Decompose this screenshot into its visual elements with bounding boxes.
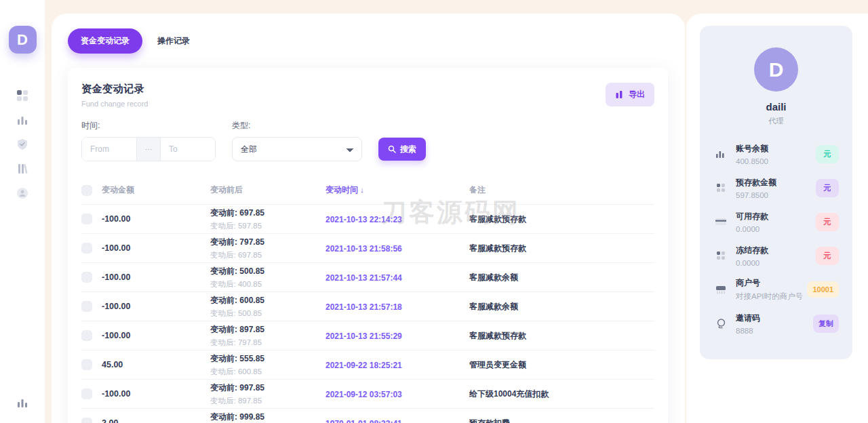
unit-badge: 元 [816,247,839,265]
header-amount: 变动金额 [102,184,210,196]
library-icon[interactable] [16,162,29,176]
time-link[interactable]: 2021-09-22 18:25:21 [326,361,402,370]
table-row: -100.00 变动前: 600.85 变动后: 500.85 2021-10-… [81,291,654,321]
left-sidebar: D [0,0,45,423]
amount-cell: -100.00 [102,214,210,224]
remark-cell: 客服减款余额 [469,301,654,313]
time-link[interactable]: 2021-09-12 03:57:03 [326,390,402,399]
table-row: -100.00 变动前: 697.85 变动后: 597.85 2021-10-… [81,204,654,233]
table-row: 2.00 变动前: 999.85 变动后: 997.85 1970-01-01 … [81,408,654,423]
header-before-after: 变动前后 [210,184,326,196]
search-button[interactable]: 搜索 [378,138,426,161]
time-link[interactable]: 2021-10-13 21:55:29 [326,331,402,341]
row-checkbox[interactable] [81,272,92,283]
user-icon[interactable] [16,186,29,200]
row-checkbox[interactable] [81,301,92,312]
profile-role: 代理 [713,116,839,126]
row-checkbox[interactable] [81,359,92,370]
profile-name: daili [713,101,839,113]
export-button[interactable]: 导出 [606,83,654,106]
table-row: -100.00 变动前: 500.85 变动后: 400.85 2021-10-… [81,262,654,291]
amount-cell: -100.00 [102,389,210,399]
date-to-input[interactable] [161,138,215,161]
fund-record-card: 资金变动记录 Fund change record 导出 时间: ··· [68,68,668,423]
unit-badge: 元 [816,213,839,231]
printer-icon [713,284,728,295]
remark-cell: 客服减款预存款 [469,330,654,342]
table-row: 45.00 变动前: 555.85 变动后: 600.85 2021-09-22… [81,350,654,379]
header-time-sortable[interactable]: 变动时间 ↓ [326,184,469,196]
time-filter-label: 时间: [81,120,216,132]
tab-bar: 资金变动记录 操作记录 [52,14,685,54]
remark-cell: 管理员变更金额 [469,359,654,371]
amount-cell: -100.00 [102,331,210,340]
row-checkbox[interactable] [81,214,92,224]
table-header-row: 变动金额 变动前后 变动时间 ↓ 备注 [81,180,654,204]
row-checkbox[interactable] [81,388,92,399]
header-remark: 备注 [469,184,654,196]
remark-cell: 给下级10004充值扣款 [469,388,654,400]
time-link[interactable]: 2021-10-13 21:58:56 [326,244,402,254]
right-panel: D daili 代理 账号余额 400.8500 元 预存款金额 [686,14,868,423]
amount-cell: 45.00 [102,360,210,369]
amount-cell: -100.00 [102,273,210,282]
globe-icon [713,318,728,329]
time-link[interactable]: 2021-10-13 21:57:18 [326,302,402,312]
credit-card-icon [713,217,728,226]
remark-cell: 客服减款余额 [469,272,654,283]
avatar: D [754,47,798,92]
date-from-input[interactable] [82,138,136,161]
app-logo[interactable]: D [9,26,37,54]
card-title: 资金变动记录 [81,83,148,96]
copy-button[interactable]: 复制 [813,315,839,333]
row-checkbox[interactable] [81,330,92,341]
grid-icon [713,182,728,193]
profile-item-available: 可用存款 0.0000 元 [713,205,839,239]
main-panel: 资金变动记录 操作记录 资金变动记录 Fund change record 导出… [52,14,685,423]
profile-item-prepaid: 预存款金额 597.8500 元 [713,171,839,205]
type-select[interactable]: 全部 [232,137,362,161]
unit-badge: 元 [816,145,839,163]
table-row: -100.00 变动前: 997.85 变动后: 897.85 2021-09-… [81,379,654,408]
time-link[interactable]: 2021-10-13 22:14:23 [326,215,402,224]
table-row: -100.00 变动前: 897.85 变动后: 797.85 2021-10-… [81,321,654,350]
profile-item-frozen: 冻结存款 0.0000 元 [713,239,839,273]
amount-cell: -100.00 [102,302,210,311]
profile-item-merchant-id: 商户号 对接API时的商户号 10001 [713,273,839,306]
profile-item-invite-code: 邀请码 8888 复制 [713,306,839,340]
row-checkbox[interactable] [81,243,92,254]
type-filter-label: 类型: [232,120,362,132]
search-icon [388,145,396,153]
bar-chart-icon [713,148,728,160]
select-all-checkbox[interactable] [81,185,92,196]
time-link[interactable]: 1970-01-01 08:33:41 [326,419,402,423]
analytics-bars-icon[interactable] [16,396,29,409]
grid-icon [713,250,728,261]
shield-check-icon[interactable] [16,138,29,151]
amount-cell: -100.00 [102,243,210,253]
unit-badge: 元 [816,179,839,197]
fund-table: 变动金额 变动前后 变动时间 ↓ 备注 -100.00 变动前: 697.85 … [81,180,654,423]
stats-bars-icon[interactable] [16,113,29,127]
export-icon [615,90,624,99]
remark-cell: 客服减款预存款 [469,243,654,254]
remark-cell: 预存款扣费 [469,418,654,423]
time-link[interactable]: 2021-10-13 21:57:44 [326,273,402,283]
range-separator: ··· [136,138,161,161]
tab-operation-record[interactable]: 操作记录 [155,28,193,54]
card-subtitle: Fund change record [81,100,148,108]
profile-card: D daili 代理 账号余额 400.8500 元 预存款金额 [700,26,852,359]
tab-fund-change-record[interactable]: 资金变动记录 [68,28,142,54]
dashboard-grid-icon[interactable] [16,89,29,102]
table-row: -100.00 变动前: 797.85 变动后: 697.85 2021-10-… [81,233,654,262]
row-checkbox[interactable] [81,418,92,423]
merchant-id-badge: 10001 [807,281,839,298]
amount-cell: 2.00 [102,418,210,423]
remark-cell: 客服减款预存款 [469,214,654,225]
date-range-picker: ··· [81,137,216,161]
filter-bar: 时间: ··· 类型: 全部 搜索 [81,120,654,161]
profile-item-balance: 账号余额 400.8500 元 [713,137,839,171]
sort-desc-icon: ↓ [360,186,364,194]
